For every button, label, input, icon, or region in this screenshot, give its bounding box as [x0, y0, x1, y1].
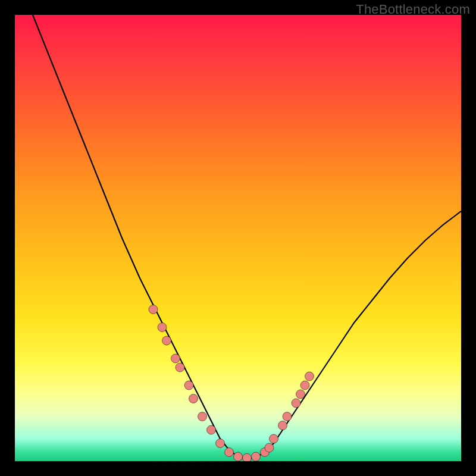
curve-marker — [162, 336, 171, 345]
curve-marker — [189, 394, 198, 403]
curve-marker — [270, 434, 278, 443]
curve-marker — [158, 323, 167, 332]
curve-marker — [225, 448, 234, 457]
curve-marker — [252, 452, 261, 461]
curve-marker — [149, 305, 158, 314]
curve-marker — [283, 412, 292, 421]
curve-marker — [296, 390, 305, 399]
curve-marker — [243, 453, 252, 461]
curve-marker — [198, 412, 207, 421]
watermark-text: TheBottleneck.com — [356, 2, 470, 17]
curve-markers — [149, 305, 314, 462]
curve-marker — [234, 452, 243, 461]
curve-marker — [216, 439, 225, 448]
curve-marker — [171, 354, 180, 363]
curve-marker — [300, 381, 309, 390]
curve-layer — [15, 15, 461, 461]
curve-marker — [265, 443, 274, 452]
curve-marker — [176, 363, 184, 372]
curve-marker — [305, 372, 314, 381]
curve-marker — [292, 399, 300, 408]
curve-marker — [184, 381, 193, 390]
plot-area — [15, 15, 461, 461]
curve-marker — [207, 425, 216, 434]
chart-frame: TheBottleneck.com — [0, 0, 476, 476]
bottleneck-curve — [33, 15, 461, 459]
curve-marker — [278, 421, 287, 430]
